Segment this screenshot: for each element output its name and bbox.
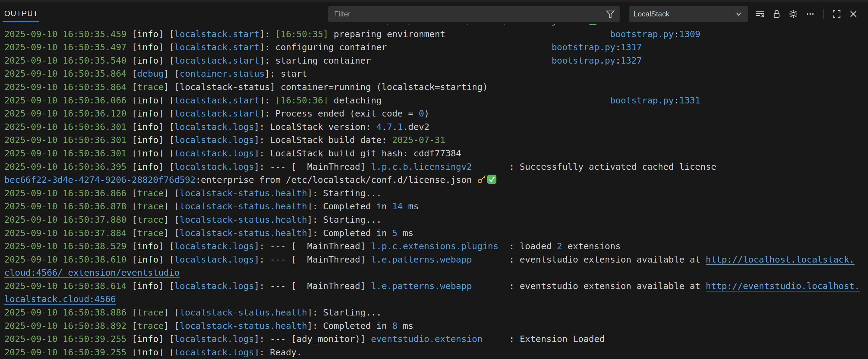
log-token-text: ]: Completed in (307, 321, 392, 331)
log-token-text: [ (132, 188, 137, 198)
log-line: 2025-09-10 16:50:36.066 [info] [localsta… (4, 94, 868, 107)
log-token-name: bootstrap.py (552, 55, 615, 66)
log-token-text: ]: --- [ MainThread] (254, 162, 371, 172)
log-token-text: ]: (259, 95, 275, 105)
log-line: /etc/localstack/conf.d/license.json (4, 24, 868, 28)
log-token-text: . (392, 122, 398, 132)
log-output-area[interactable]: /etc/localstack/conf.d/license.json 2025… (0, 24, 868, 359)
log-token-text: ] [ (164, 188, 180, 198)
log-token-text: preparing environment (329, 29, 445, 39)
log-token-info: info (137, 254, 159, 265)
log-token-text: ] [ (158, 347, 174, 357)
output-channel-select[interactable]: LocalStack (629, 6, 748, 22)
log-token-trace: trace (137, 201, 164, 211)
log-token-text: [ (132, 307, 137, 318)
log-line: cloud:4566/_extension/eventstudio (4, 266, 868, 280)
log-token-text: detaching (329, 95, 382, 105)
log-token-timestamp: 2025-09-10 16:50:36.301 (4, 122, 132, 132)
log-token-text: ] [ (158, 281, 174, 291)
log-token-name: localstack.start (175, 55, 259, 66)
log-token-name: localstack.logs (175, 162, 254, 172)
log-token-timestamp: 2025-09-10 16:50:38.886 (4, 307, 132, 318)
log-token-info: info (137, 162, 159, 172)
log-line: 2025-09-10 16:50:37.880 [trace] [localst… (4, 213, 868, 227)
log-token-info: info (137, 108, 159, 119)
log-token-text: : Successfully activated cached license (509, 162, 722, 172)
log-token-timestamp: 2025-09-10 16:50:36.301 (4, 148, 132, 159)
log-line: 2025-09-10 16:50:39.255 [info] [localsta… (4, 346, 868, 359)
log-link[interactable]: http://eventstudio.localhost. (706, 281, 860, 291)
log-token-name: localstack-status.health (180, 228, 307, 238)
filter-input[interactable] (328, 10, 605, 18)
log-link[interactable]: cloud:4566/_extension/eventstudio (4, 267, 180, 278)
close-panel-icon[interactable] (847, 8, 859, 20)
log-line: localstack.cloud:4566 (4, 293, 868, 306)
log-line: 2025-09-10 16:50:36.395 [info] [localsta… (4, 160, 868, 174)
log-line: 2025-09-10 16:50:38.529 [info] [localsta… (4, 240, 868, 253)
log-token-text: ] [localstack-status] container=running … (164, 82, 488, 92)
log-token-debug: debug (137, 68, 164, 79)
log-token-text: ]: --- [ MainThread] (254, 254, 371, 265)
log-token-number: 5 (392, 228, 398, 238)
log-token-text: : (674, 95, 679, 105)
log-token-text: ] [ (158, 254, 174, 265)
panel-tab-output[interactable]: OUTPUT (4, 9, 38, 18)
log-token-text: ] [ (158, 95, 174, 105)
log-token-text: ]: --- [ MainThread] (254, 241, 371, 251)
log-token-info: info (137, 334, 159, 344)
log-token-text: : eventstudio extension available at (509, 254, 706, 265)
log-link[interactable]: localstack.cloud:4566 (4, 294, 116, 304)
log-token-info: info (137, 347, 159, 357)
log-token-name: l.e.patterns.webapp (371, 281, 472, 291)
log-link[interactable]: http://localhost.localstack. (706, 254, 855, 265)
log-token-name: eventstudio.extension (371, 334, 483, 344)
log-token-timestamp: 2025-09-10 16:50:36.866 (4, 188, 132, 198)
log-token-number: 4 (376, 122, 381, 132)
log-token-text: [ (132, 215, 137, 225)
log-token-text: ]: start (265, 68, 307, 79)
log-token-timestamp: 2025-09-10 16:50:36.301 (4, 135, 132, 145)
log-token-name: localstack-status.health (180, 188, 307, 198)
ellipsis-icon[interactable] (804, 8, 816, 20)
log-token-text: ]: Starting... (307, 307, 381, 318)
filter-funnel-icon[interactable] (605, 9, 615, 19)
log-token-info: info (137, 281, 159, 291)
log-token-timestamp: 2025-09-10 16:50:36.395 (4, 162, 132, 172)
log-token-timestamp: 2025-09-10 16:50:36.120 (4, 108, 132, 119)
log-token-name: localstack.logs (175, 347, 254, 357)
log-token-name: localstack-status.health (180, 307, 307, 318)
log-token-text: ] [ (164, 201, 180, 211)
log-line: 2025-09-10 16:50:36.301 [info] [localsta… (4, 147, 868, 160)
log-token-info: info (137, 148, 159, 159)
log-token-text: ]: Starting... (307, 215, 381, 225)
log-token-text: ] [ (158, 55, 174, 66)
log-token-trace: trace (137, 307, 164, 318)
log-token-info: info (137, 55, 159, 66)
clear-output-icon[interactable] (754, 8, 766, 20)
log-token-text: ]: LocalStack build date: (254, 135, 392, 145)
log-line: 2025-09-10 16:50:36.120 [info] [localsta… (4, 107, 868, 121)
log-token-name: localstack.logs (175, 241, 254, 251)
log-token-timestamp: 2025-09-10 16:50:39.255 (4, 334, 132, 344)
log-token-timestamp: 2025-09-10 16:50:38.610 (4, 254, 132, 265)
log-token-text: : (615, 55, 621, 66)
log-token-text: ]: --- [ady_monitor)] (254, 334, 371, 344)
log-line: 2025-09-10 16:50:38.886 [trace] [localst… (4, 306, 868, 320)
log-token-number: 14 (392, 201, 403, 211)
log-token-text: [ (132, 228, 137, 238)
lock-icon[interactable] (771, 8, 782, 20)
maximize-panel-icon[interactable] (831, 8, 842, 20)
log-line: 2025-09-10 16:50:35.459 [info] [localsta… (4, 28, 868, 41)
log-token-text: ]: Completed in (307, 228, 392, 238)
log-token-text: ] [ (164, 307, 180, 318)
log-token-info: info (137, 241, 159, 251)
log-token-name: l.p.c.extensions.plugins (371, 241, 498, 251)
filter-box (328, 6, 620, 22)
log-token-name: l.p.c.b.licensingv2 (371, 162, 472, 172)
toolbar-divider (823, 9, 824, 19)
log-token-timestamp: 2025-09-10 16:50:37.884 (4, 228, 132, 238)
log-token-name: l.e.patterns.webapp (371, 254, 472, 265)
log-token-text: ] [ (158, 108, 174, 119)
log-token-name: localstack.start (175, 95, 259, 105)
gear-icon[interactable] (788, 8, 799, 20)
